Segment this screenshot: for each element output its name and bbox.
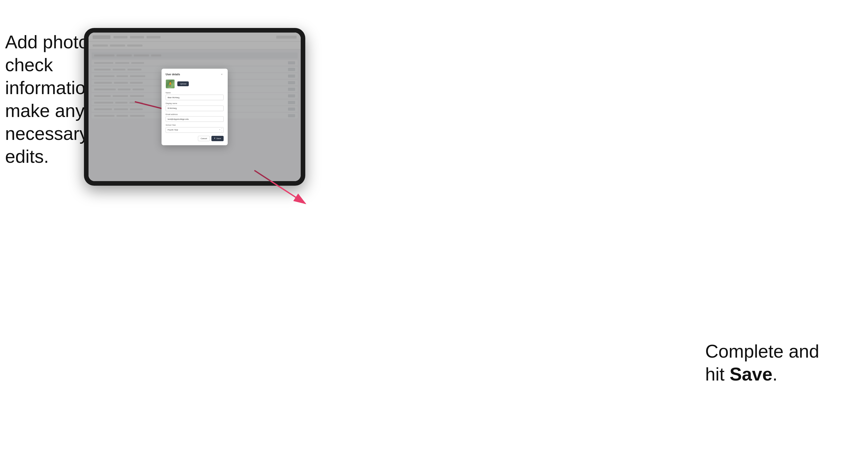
school-year-input[interactable] — [165, 127, 224, 133]
school-year-clear-button[interactable]: × — [219, 129, 220, 131]
save-button-label: Save — [216, 137, 221, 139]
display-name-input[interactable] — [165, 105, 224, 111]
modal-title: User details — [165, 73, 180, 76]
user-photo — [166, 80, 175, 88]
school-year-spinner[interactable]: ⌃⌄ — [221, 128, 223, 131]
display-name-field-group: Display name — [165, 102, 224, 111]
modal-title-bar: User details × — [165, 73, 224, 76]
tablet-screen: User details × Upload Name — [89, 33, 301, 181]
modal-overlay: User details × Upload Name — [89, 33, 301, 181]
school-year-row: × ⌃⌄ — [165, 127, 224, 133]
save-button[interactable]: ⬆ Save — [211, 136, 224, 141]
user-details-modal: User details × Upload Name — [161, 69, 228, 145]
annotation-line-4: necessary edits. — [5, 123, 89, 166]
upload-photo-button[interactable]: Upload — [177, 82, 189, 86]
photo-thumbnail — [165, 80, 175, 89]
annotation-right-line2: hit Save. — [705, 364, 777, 384]
email-input[interactable] — [165, 116, 224, 122]
tablet-device: User details × Upload Name — [84, 28, 305, 186]
save-icon: ⬆ — [214, 137, 215, 139]
name-input[interactable] — [165, 95, 224, 100]
annotation-right-line1: Complete and — [705, 341, 819, 362]
display-name-label: Display name — [165, 102, 224, 104]
annotation-line-3: make any — [5, 100, 85, 121]
school-year-controls: × ⌃⌄ — [219, 128, 223, 131]
name-field-group: Name — [165, 92, 224, 100]
school-year-label: School Year — [165, 124, 224, 126]
email-label: Email address — [165, 113, 224, 116]
email-field-group: Email address — [165, 113, 224, 122]
annotation-line-1: Add photo, check — [5, 32, 94, 75]
school-year-field-group: School Year × ⌃⌄ — [165, 124, 224, 133]
app-background: User details × Upload Name — [89, 33, 301, 181]
modal-footer: Cancel ⬆ Save — [165, 136, 224, 141]
cancel-button[interactable]: Cancel — [198, 136, 210, 141]
name-label: Name — [165, 92, 224, 94]
photo-upload-row: Upload — [165, 80, 224, 89]
modal-close-button[interactable]: × — [220, 73, 224, 76]
annotation-right: Complete and hit Save. — [705, 340, 848, 385]
